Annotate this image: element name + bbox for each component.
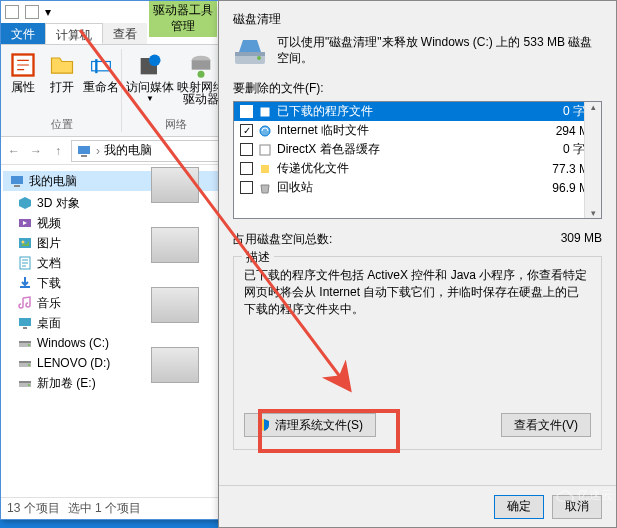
tree-item-label: 3D 对象 xyxy=(37,195,80,212)
shield-icon xyxy=(257,418,271,432)
svg-rect-15 xyxy=(19,318,31,326)
checkbox[interactable]: ✓ xyxy=(240,124,253,137)
sysmenu-icon[interactable] xyxy=(5,5,19,19)
drive-item[interactable] xyxy=(151,167,199,203)
svg-rect-27 xyxy=(235,52,265,56)
svg-rect-10 xyxy=(14,185,20,187)
dialog-message: 可以使用"磁盘清理"来释放 Windows (C:) 上的 533 MB 磁盘空… xyxy=(277,34,602,68)
svg-rect-31 xyxy=(260,145,270,155)
description-text: 已下载的程序文件包括 ActiveX 控件和 Java 小程序，你查看特定网页时… xyxy=(244,267,591,318)
access-media-button[interactable]: 访问媒体▼ xyxy=(126,49,174,107)
drive-item[interactable] xyxy=(151,347,199,383)
tree-item-label: LENOVO (D:) xyxy=(37,356,110,370)
file-name: Internet 临时文件 xyxy=(277,122,532,139)
video-icon xyxy=(17,215,33,231)
qat-icon[interactable] xyxy=(25,5,39,19)
open-icon xyxy=(48,51,76,79)
svg-rect-12 xyxy=(19,238,31,248)
total-label: 占用磁盘空间总数: xyxy=(233,231,332,248)
up-button[interactable]: ↑ xyxy=(49,142,67,160)
explorer-window: ▾ 驱动器工具 管理 文件 计算机 查看 属性 打开 重命名 xyxy=(0,0,225,520)
ribbon-group-network: 访问媒体▼ 映射网络 驱动器 网络 xyxy=(124,49,228,132)
file-row[interactable]: DirectX 着色器缓存0 字节 xyxy=(234,140,601,159)
file-row[interactable]: 回收站96.9 MB xyxy=(234,178,601,197)
cloud-icon xyxy=(555,489,575,503)
forward-button[interactable]: → xyxy=(27,142,45,160)
content-area xyxy=(151,167,226,407)
tree-item-label: 文档 xyxy=(37,255,61,272)
status-count: 13 个项目 xyxy=(7,500,60,517)
status-bar: 13 个项目 选中 1 个项目 xyxy=(1,497,224,519)
file-type-icon xyxy=(258,105,272,119)
file-name: 已下载的程序文件 xyxy=(277,103,532,120)
cube-icon xyxy=(17,195,33,211)
file-name: DirectX 着色器缓存 xyxy=(277,141,532,158)
disk-cleanup-icon xyxy=(233,34,267,68)
svg-point-22 xyxy=(28,364,30,366)
tab-computer[interactable]: 计算机 xyxy=(45,23,103,44)
disk-cleanup-dialog: 磁盘清理 可以使用"磁盘清理"来释放 Windows (C:) 上的 533 M… xyxy=(218,0,617,528)
drive-tools-contextual: 驱动器工具 管理 xyxy=(149,1,217,37)
svg-rect-16 xyxy=(23,327,27,329)
file-row[interactable]: ✓已下载的程序文件0 字节 xyxy=(234,102,601,121)
svg-rect-1 xyxy=(92,62,111,71)
checkbox[interactable] xyxy=(240,162,253,175)
ok-button[interactable]: 确定 xyxy=(494,495,544,519)
address-bar: ← → ↑ › 我的电脑 xyxy=(1,137,224,165)
properties-icon xyxy=(9,51,37,79)
files-to-delete-label: 要删除的文件(F): xyxy=(233,80,602,97)
tree-root-label: 我的电脑 xyxy=(29,173,77,190)
drive-item[interactable] xyxy=(151,287,199,323)
tab-view[interactable]: 查看 xyxy=(103,23,147,44)
open-label: 打开 xyxy=(50,81,74,93)
svg-rect-5 xyxy=(192,60,211,69)
clean-system-files-button[interactable]: 清理系统文件(S) xyxy=(244,413,376,437)
checkbox[interactable] xyxy=(240,181,253,194)
svg-rect-18 xyxy=(19,341,31,343)
scrollbar[interactable] xyxy=(584,102,601,218)
group-location-label: 位置 xyxy=(51,117,73,132)
svg-point-25 xyxy=(28,384,30,386)
view-files-button[interactable]: 查看文件(V) xyxy=(501,413,591,437)
back-button[interactable]: ← xyxy=(5,142,23,160)
tree-item-label: Windows (C:) xyxy=(37,336,109,350)
ribbon: 属性 打开 重命名 位置 访问媒体▼ xyxy=(1,45,224,137)
pc-icon xyxy=(76,143,92,159)
music-icon xyxy=(17,295,33,311)
checkbox[interactable] xyxy=(240,143,253,156)
svg-rect-8 xyxy=(81,155,87,157)
group-network-label: 网络 xyxy=(165,117,187,132)
rename-button[interactable]: 重命名 xyxy=(83,49,119,95)
svg-rect-21 xyxy=(19,361,31,363)
svg-rect-24 xyxy=(19,381,31,383)
tree-item-label: 下载 xyxy=(37,275,61,292)
files-listbox[interactable]: ✓已下载的程序文件0 字节✓Internet 临时文件294 MBDirectX… xyxy=(233,101,602,219)
file-row[interactable]: ✓Internet 临时文件294 MB xyxy=(234,121,601,140)
drive-tools-tab[interactable]: 管理 xyxy=(149,19,217,33)
tree-item-label: 音乐 xyxy=(37,295,61,312)
total-value: 309 MB xyxy=(561,231,602,248)
network-drive-icon xyxy=(187,51,215,79)
tree-item-label: 桌面 xyxy=(37,315,61,332)
view-files-label: 查看文件(V) xyxy=(514,417,578,434)
file-row[interactable]: 传递优化文件77.3 MB xyxy=(234,159,601,178)
desktop-icon xyxy=(17,315,33,331)
open-button[interactable]: 打开 xyxy=(44,49,80,95)
rename-icon xyxy=(87,51,115,79)
drive-item[interactable] xyxy=(151,227,199,263)
qat-dropdown-icon[interactable]: ▾ xyxy=(45,5,51,19)
dialog-title: 磁盘清理 xyxy=(233,11,602,28)
clean-system-files-label: 清理系统文件(S) xyxy=(275,417,363,434)
image-icon xyxy=(17,235,33,251)
description-label: 描述 xyxy=(242,249,274,266)
total-row: 占用磁盘空间总数: 309 MB xyxy=(233,231,602,248)
ribbon-group-location: 属性 打开 重命名 位置 xyxy=(3,49,122,132)
file-type-icon xyxy=(258,124,272,138)
checkbox[interactable]: ✓ xyxy=(240,105,253,118)
properties-button[interactable]: 属性 xyxy=(5,49,41,95)
address-field[interactable]: › 我的电脑 xyxy=(71,140,220,162)
svg-point-28 xyxy=(257,56,261,60)
tab-file[interactable]: 文件 xyxy=(1,23,45,44)
download-icon xyxy=(17,275,33,291)
media-label: 访问媒体 xyxy=(126,81,174,93)
